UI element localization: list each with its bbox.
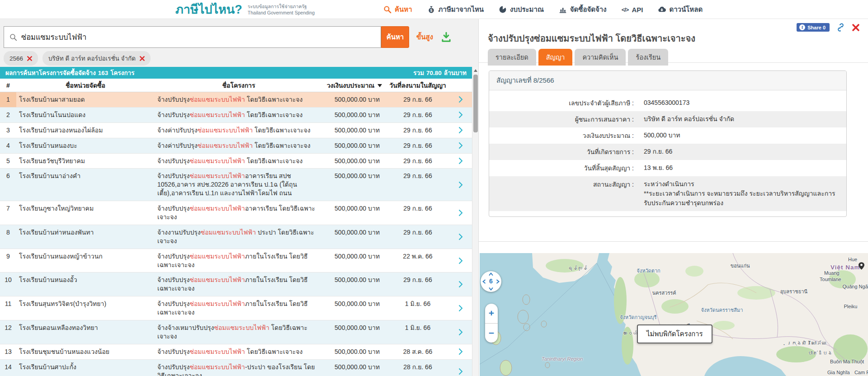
sign-date: 1 มิ.ย. 66 (386, 320, 449, 344)
nav-item-download[interactable]: ดาวน์โหลด (658, 4, 703, 15)
search-input[interactable] (21, 33, 375, 42)
close-panel-button[interactable] (852, 24, 860, 32)
field-value: 0345563000173 (634, 95, 846, 111)
highlighted-term: ซ่อมแซมระบบไฟฟ้า (189, 96, 245, 103)
table-row[interactable]: 7 โรงเรียนภูซางใหญ่วิทยาคม จ้างปรับปรุงซ… (0, 201, 472, 225)
tab-contract[interactable]: สัญญา (538, 49, 573, 66)
project-name: จ้างปรับปรุงซ่อมแซมระบบไฟฟ้า โดยวิธีเฉพา… (155, 154, 323, 169)
open-row-button[interactable] (449, 225, 472, 249)
detail-actions: f Share 0 (797, 23, 860, 32)
table-row[interactable]: 4 โรงเรียนบ้านหนองบะ จ้างค่าปรับปรุงซ่อม… (0, 138, 472, 154)
table-row[interactable]: 12 โรงเรียนดอนเหลืองทองวิทยา จ้างจ้างเหม… (0, 320, 472, 344)
open-row-button[interactable] (449, 320, 472, 344)
zoom-in-button[interactable]: + (485, 304, 498, 324)
field-value: ระหว่างดำเนินการ **ระยะเวลาดำเนินการ จะห… (634, 176, 846, 211)
search-button[interactable]: ค้นหา (381, 26, 409, 48)
budget-amount: 500,000.00 บาท (323, 296, 386, 320)
close-icon (852, 24, 860, 32)
col-header-number: # (0, 82, 16, 89)
map-label: Gia Nghĩa (827, 370, 850, 375)
table-row[interactable]: 3 โรงเรียนบ้านสวองหนองไผ่ล้อม จ้างค่าปรั… (0, 123, 472, 138)
map-canvas[interactable] (480, 253, 868, 376)
table-row[interactable]: 5 โรงเรียนธวัชบุรีวิทยาคม จ้างปรับปรุงซ่… (0, 154, 472, 169)
pan-up-icon[interactable] (489, 273, 493, 276)
open-row-button[interactable] (449, 273, 472, 296)
table-row[interactable]: 9 โรงเรียนบ้านหนองหญ้าข้าวนก จ้างปรับปรุ… (0, 249, 472, 273)
open-row-button[interactable] (449, 296, 472, 320)
pan-left-icon[interactable] (482, 279, 486, 284)
map-label: Buôn Ma Thuột (830, 359, 864, 364)
search-input-icon (9, 33, 17, 41)
detail-title: จ้างปรับปรุงซ่อมแซมระบบไฟฟ้า โดยวิธีเฉพา… (488, 31, 695, 46)
remove-filter-icon[interactable] (27, 56, 32, 61)
pan-down-icon[interactable] (489, 287, 493, 291)
agency-name: โรงเรียนบ้านหนองอั้ว (16, 273, 155, 296)
copy-link-button[interactable] (836, 23, 845, 32)
filter-tag[interactable]: 2566 (4, 51, 38, 66)
nav-item-procurement[interactable]: จัดซื้อจัดจ้าง (559, 4, 607, 15)
remove-filter-icon[interactable] (140, 56, 145, 61)
nav-item-budget[interactable]: งบประมาณ (499, 4, 544, 15)
project-name: จ้างปรับปรุงซ่อมแซมระบบไฟฟ้า โดยวิธีเฉพา… (155, 344, 323, 359)
open-row-button[interactable] (449, 201, 472, 225)
map-label: จังหวัดกาญจนบุรี (620, 313, 656, 321)
tab-complaints[interactable]: ร้องเรียน (628, 49, 668, 66)
export-download-button[interactable] (440, 31, 452, 43)
row-number: 13 (0, 344, 16, 359)
map-pan-control[interactable]: 6 (481, 271, 501, 292)
open-row-button[interactable] (449, 154, 472, 169)
scrollbar-thumb[interactable] (473, 75, 478, 132)
facebook-share-button[interactable]: f Share 0 (797, 23, 830, 32)
chevron-right-icon (458, 96, 463, 103)
map-label: จังหวัดตาก (637, 267, 660, 275)
detail-tabs: รายละเอียด สัญญา ความคิดเห็น ร้องเรียน (488, 49, 668, 66)
tab-comments[interactable]: ความคิดเห็น (575, 49, 626, 66)
nav-item-api[interactable]: </> API (622, 6, 643, 14)
open-row-button[interactable] (449, 344, 472, 359)
row-number: 2 (0, 108, 16, 122)
project-name: จ้างปรับปรุงซ่อมแซมระบบไฟฟ้า โดยวิธีเฉพา… (155, 92, 323, 107)
results-summary-bar: ผลการค้นหาโครงการจัดซื้อจัดจ้าง163โครงกา… (0, 67, 472, 79)
contract-field-row: เลขประจำตัวผู้เสียภาษี : 0345563000173 (489, 95, 846, 111)
open-row-button[interactable] (449, 123, 472, 138)
location-map[interactable]: ရန်ကုန် จังหวัดตาก ขอนแก่น นครสวรรค์ จัง… (480, 253, 868, 376)
contract-field-row: ผู้ชนะการเสนอราคา : บริษัท ดี อาร์ท คอร์… (489, 111, 846, 127)
budget-amount: 500,000.00 บาท (323, 154, 386, 169)
tab-details[interactable]: รายละเอียด (488, 49, 536, 66)
advanced-search-link[interactable]: ขั้นสูง (416, 32, 433, 42)
field-value: 500,000 บาท (634, 127, 846, 144)
table-row[interactable]: 8 โรงเรียนบ้านท่าหนองพันทา จ้างงานปรับปร… (0, 225, 472, 249)
pan-right-icon[interactable] (496, 279, 500, 284)
site-brand[interactable]: ภาษีไปไหน? ระบบข้อมูลการใช้จ่ายภาครัฐ Th… (175, 0, 315, 19)
project-detail-panel: f Share 0 จ้างปรับปรุงซ่อมแซมระบบไฟฟ้า โ… (478, 19, 868, 376)
project-name: จ้างค่าปรับปรุงซ่อมแซมระบบไฟฟ้า โดยวิธีเ… (155, 138, 323, 153)
project-name: จ้างปรับปรุงซ่อมแซมระบบไฟฟ้า โดยวิธีเฉพา… (155, 108, 323, 122)
highlighted-term: ซ่อมแซมระบบไฟฟ้า (201, 229, 256, 236)
table-row[interactable]: 10 โรงเรียนบ้านหนองอั้ว จ้างปรับปรุงซ่อม… (0, 273, 472, 296)
table-row[interactable]: 1 โรงเรียนบ้านผาสามยอด จ้างปรับปรุงซ่อมแ… (0, 92, 472, 108)
open-row-button[interactable] (449, 138, 472, 153)
zoom-out-button[interactable]: − (485, 324, 498, 343)
sign-date: 29 ก.ย. 66 (386, 92, 449, 107)
table-row[interactable]: 2 โรงเรียนบ้านโนนปอแดง จ้างปรับปรุงซ่อมแ… (0, 108, 472, 123)
table-row[interactable]: 14 โรงเรียนบ้านศาปะกั้ง จ้างปรับปรุงซ่อม… (0, 360, 472, 376)
table-row[interactable]: 11 โรงเรียนสุนทรวิจิตร(บำรุงวิทยา) จ้างป… (0, 296, 472, 320)
open-row-button[interactable] (449, 108, 472, 122)
nav-item-tax-source[interactable]: $ ภาษีมาจากไหน (427, 4, 484, 15)
table-scrollbar[interactable] (472, 67, 478, 376)
table-row[interactable]: 6 โรงเรียนบ้านนาอ่างคำ จ้างปรับปรุงซ่อมแ… (0, 169, 472, 201)
agency-name: โรงเรียนสุนทรวิจิตร(บำรุงวิทยา) (16, 296, 155, 320)
open-row-button[interactable] (449, 92, 472, 107)
main-nav: ค้นหา $ ภาษีมาจากไหน งบประมาณ จัดซื้อจัด… (383, 0, 703, 19)
chevron-right-icon (458, 181, 463, 188)
scroll-up-arrow[interactable] (472, 67, 478, 74)
table-row[interactable]: 13 โรงเรียนชุมชนบ้านหนองแวงน้อย จ้างปรับ… (0, 344, 472, 360)
agency-name: โรงเรียนธวัชบุรีวิทยาคม (16, 154, 155, 169)
field-label: วงเงินงบประมาณ : (489, 127, 634, 144)
open-row-button[interactable] (449, 169, 472, 201)
col-header-budget[interactable]: วงเงินงบประมาณ (323, 80, 386, 90)
nav-item-search[interactable]: ค้นหา (383, 4, 412, 15)
open-row-button[interactable] (449, 360, 472, 376)
filter-tag[interactable]: บริษัท ดี อาร์ท คอร์ปอเรชั่น จำกัด (42, 51, 151, 66)
open-row-button[interactable] (449, 249, 472, 273)
